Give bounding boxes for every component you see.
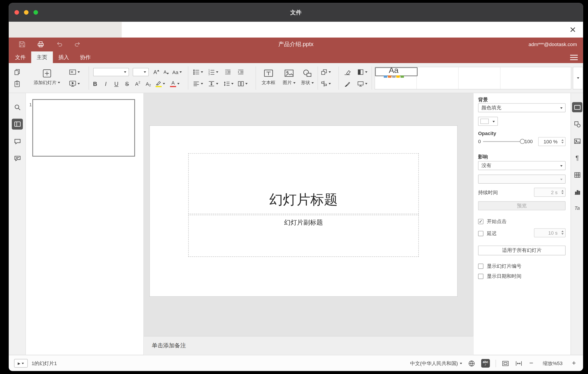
slide-title-placeholder[interactable]: 幻灯片标题 bbox=[188, 153, 419, 214]
undo-button[interactable] bbox=[56, 40, 64, 49]
hamburger-menu-icon[interactable] bbox=[570, 55, 578, 60]
background-remnant bbox=[9, 22, 122, 38]
set-language-button[interactable] bbox=[468, 360, 475, 367]
columns-button[interactable] bbox=[237, 79, 248, 88]
theme-cell-selected[interactable]: Aa bbox=[375, 67, 418, 76]
save-button[interactable] bbox=[18, 40, 26, 49]
notes-input[interactable]: 单击添加备注 bbox=[144, 336, 473, 355]
delay-checkbox[interactable] bbox=[478, 231, 483, 236]
arrange-shape-button[interactable] bbox=[321, 67, 331, 77]
insert-shape-button[interactable]: 形状 bbox=[298, 65, 317, 90]
preview-button[interactable]: 预览 bbox=[478, 201, 566, 210]
slider-track[interactable] bbox=[483, 141, 523, 142]
highlight-color-button[interactable] bbox=[156, 79, 165, 88]
start-slideshow-button[interactable] bbox=[69, 79, 80, 88]
slide-subtitle-placeholder[interactable]: 幻灯片副标题 bbox=[188, 215, 419, 257]
strikethrough-button[interactable]: S bbox=[122, 79, 132, 88]
opacity-slider[interactable]: 0 100 bbox=[478, 137, 535, 146]
color-scheme-button[interactable] bbox=[357, 67, 368, 77]
superscript-button[interactable]: A2 bbox=[133, 79, 142, 88]
tab-collaboration[interactable]: 协作 bbox=[75, 51, 96, 63]
opacity-value-input[interactable]: 100 % bbox=[538, 137, 566, 146]
close-icon[interactable]: × bbox=[566, 23, 579, 36]
change-case-button[interactable]: Aa bbox=[172, 67, 182, 77]
paste-button[interactable] bbox=[12, 79, 22, 88]
chat-button[interactable] bbox=[12, 153, 23, 164]
italic-button[interactable]: I bbox=[101, 79, 110, 88]
search-button[interactable] bbox=[12, 102, 23, 113]
fit-to-width-button[interactable] bbox=[515, 360, 523, 367]
effect-type-select[interactable] bbox=[478, 175, 566, 184]
tab-file[interactable]: 文件 bbox=[10, 51, 31, 63]
slides-panel-button[interactable] bbox=[12, 119, 23, 130]
paragraph-settings-button[interactable]: ¶ bbox=[572, 153, 582, 163]
fit-to-slide-button[interactable] bbox=[502, 360, 509, 367]
chevron-down-icon bbox=[58, 82, 60, 83]
font-size-input[interactable] bbox=[133, 68, 149, 76]
clear-style-button[interactable] bbox=[343, 67, 352, 77]
spinner-arrows[interactable] bbox=[561, 139, 564, 143]
spellcheck-toggle[interactable]: abc ✓ bbox=[481, 359, 490, 368]
zoom-level[interactable]: 缩放%53 bbox=[540, 360, 565, 367]
zoom-window-button[interactable] bbox=[33, 10, 38, 14]
copy-style-button[interactable] bbox=[343, 79, 352, 88]
bullet-list-button[interactable] bbox=[193, 67, 203, 77]
delay-input[interactable]: 10 s bbox=[534, 228, 566, 237]
numbered-list-button[interactable]: 123 bbox=[208, 67, 218, 77]
zoom-out-button[interactable]: − bbox=[528, 360, 534, 367]
chart-settings-button[interactable] bbox=[572, 187, 582, 197]
spinner-arrows[interactable] bbox=[561, 190, 564, 194]
close-window-button[interactable] bbox=[14, 10, 19, 14]
table-settings-button[interactable] bbox=[572, 170, 582, 180]
tab-insert[interactable]: 插入 bbox=[53, 51, 75, 63]
slider-knob[interactable] bbox=[520, 139, 525, 144]
increase-indent-button[interactable] bbox=[236, 67, 245, 77]
slide-editor[interactable]: 幻灯片标题 幻灯片副标题 bbox=[150, 126, 457, 296]
increase-indent-icon bbox=[237, 69, 244, 75]
font-name-input[interactable] bbox=[93, 68, 129, 76]
vertical-align-button[interactable] bbox=[208, 79, 218, 88]
change-layout-button[interactable] bbox=[69, 67, 80, 77]
minimize-window-button[interactable] bbox=[24, 10, 28, 14]
theme-cell[interactable] bbox=[459, 67, 500, 89]
decrease-indent-button[interactable] bbox=[223, 67, 232, 77]
align-shape-button[interactable] bbox=[321, 79, 331, 88]
increase-font-button[interactable]: A bbox=[152, 67, 161, 77]
comments-button[interactable] bbox=[12, 136, 23, 147]
decrease-font-button[interactable]: A bbox=[162, 67, 171, 77]
fill-color-picker[interactable] bbox=[478, 117, 498, 126]
copy-button[interactable] bbox=[12, 67, 22, 77]
slide-size-button[interactable] bbox=[357, 79, 368, 88]
image-settings-button[interactable] bbox=[572, 136, 582, 146]
add-slide-button[interactable]: 添加幻灯片 bbox=[31, 65, 63, 90]
horizontal-align-button[interactable] bbox=[193, 79, 203, 88]
print-button[interactable] bbox=[36, 40, 45, 49]
fill-type-select[interactable]: 颜色填充 bbox=[478, 103, 566, 112]
bold-button[interactable]: B bbox=[91, 79, 100, 88]
start-on-click-checkbox[interactable]: ✓ bbox=[478, 219, 483, 224]
insert-image-button[interactable]: 图片 bbox=[280, 65, 298, 90]
theme-cell[interactable] bbox=[500, 67, 571, 89]
theme-gallery-expand-button[interactable] bbox=[573, 67, 583, 89]
slide-settings-button[interactable] bbox=[572, 102, 582, 112]
tab-home[interactable]: 主页 bbox=[31, 51, 53, 63]
effect-select[interactable]: 没有 bbox=[478, 161, 566, 170]
language-selector[interactable]: 中文(中华人民共和国) bbox=[410, 360, 462, 367]
textart-settings-button[interactable]: Ta bbox=[572, 203, 582, 213]
start-slideshow-status-button[interactable]: ▶ bbox=[14, 359, 28, 368]
spinner-arrows[interactable] bbox=[561, 231, 564, 235]
underline-button[interactable]: U bbox=[112, 79, 121, 88]
slide-thumbnail[interactable] bbox=[32, 99, 135, 157]
font-color-button[interactable]: A bbox=[170, 79, 180, 88]
insert-textbox-button[interactable]: 文本框 bbox=[259, 65, 278, 90]
zoom-in-button[interactable]: + bbox=[571, 360, 577, 367]
show-slide-number-checkbox[interactable] bbox=[478, 264, 483, 269]
show-date-time-checkbox[interactable] bbox=[478, 274, 483, 279]
subscript-button[interactable]: A2 bbox=[144, 79, 153, 88]
theme-cell[interactable] bbox=[417, 67, 459, 89]
redo-button[interactable] bbox=[73, 40, 81, 49]
apply-to-all-slides-button[interactable]: 适用于所有幻灯片 bbox=[478, 246, 566, 255]
line-spacing-button[interactable] bbox=[223, 79, 233, 88]
duration-input[interactable]: 2 s bbox=[534, 188, 566, 197]
shape-settings-button[interactable] bbox=[572, 119, 582, 129]
